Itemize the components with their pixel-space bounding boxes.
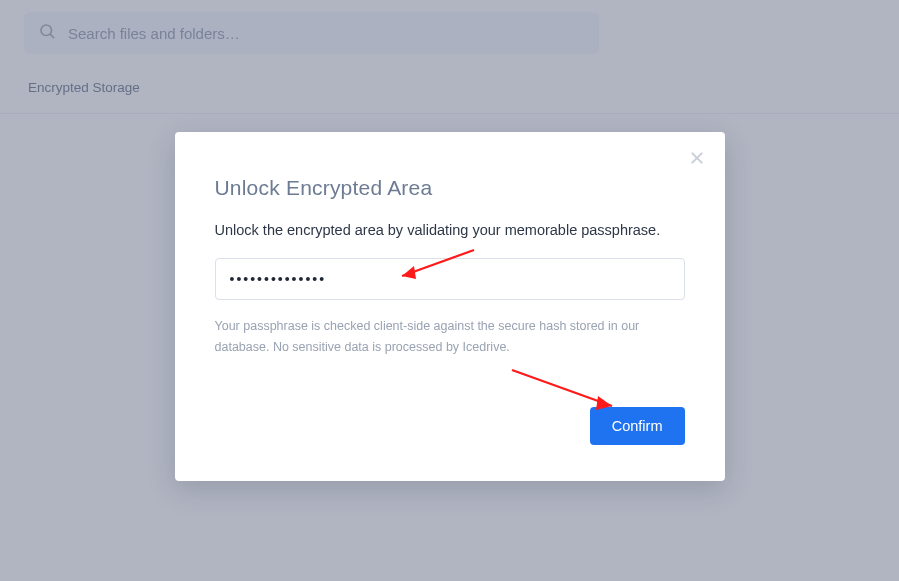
close-button[interactable] (689, 150, 705, 170)
modal-description: Unlock the encrypted area by validating … (215, 222, 685, 238)
unlock-modal: Unlock Encrypted Area Unlock the encrypt… (175, 132, 725, 481)
modal-note: Your passphrase is checked client-side a… (215, 316, 685, 359)
confirm-button[interactable]: Confirm (590, 407, 685, 445)
modal-actions: Confirm (215, 407, 685, 445)
modal-title: Unlock Encrypted Area (215, 176, 685, 200)
passphrase-input[interactable] (215, 258, 685, 300)
